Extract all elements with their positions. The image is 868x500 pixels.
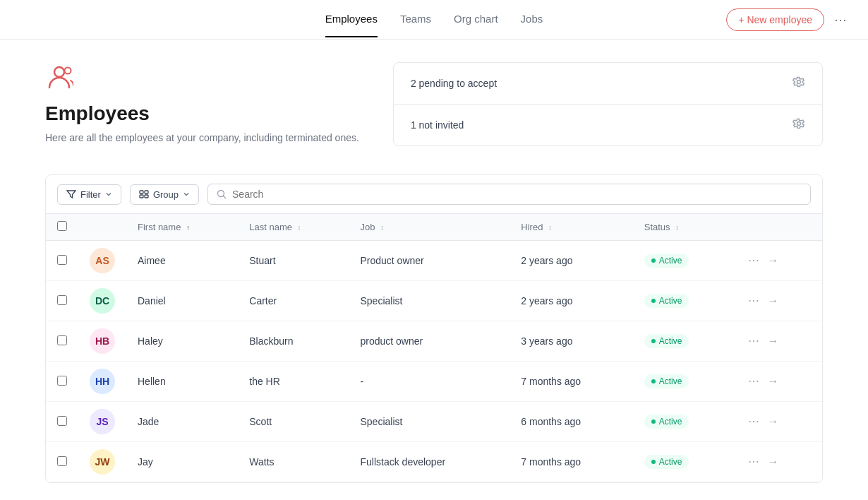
hired-header[interactable]: Hired ↕ [510, 214, 632, 241]
row-checkbox-3[interactable] [57, 376, 67, 386]
row-actions: ⋯ → [745, 453, 811, 470]
page-title-section: Employees Here are all the employees at … [45, 62, 359, 145]
row-avatar-cell: DC [78, 281, 126, 321]
row-actions-cell: ⋯ → [734, 241, 822, 281]
stat-pending-text: 2 pending to accept [411, 78, 497, 89]
row-checkbox-4[interactable] [57, 416, 67, 426]
more-options-button[interactable]: ⋯ [830, 9, 851, 30]
stat-pending-settings[interactable] [792, 76, 805, 91]
row-actions: ⋯ → [745, 292, 811, 309]
status-badge: Active [644, 415, 689, 429]
svg-rect-2 [140, 191, 143, 194]
search-input[interactable] [232, 189, 802, 200]
row-more-button-5[interactable]: ⋯ [745, 453, 762, 470]
avatar: AS [90, 248, 115, 273]
svg-point-0 [54, 67, 64, 77]
avatar: JS [90, 409, 115, 434]
row-open-button-1[interactable]: → [765, 292, 782, 309]
row-lastname-cell: Carter [238, 281, 349, 321]
row-actions-cell: ⋯ → [734, 362, 822, 402]
nav-jobs[interactable]: Jobs [521, 1, 543, 37]
filter-label: Filter [80, 189, 101, 200]
row-more-button-4[interactable]: ⋯ [745, 413, 762, 430]
new-employee-button[interactable]: + New employee [726, 8, 824, 31]
row-more-button-2[interactable]: ⋯ [745, 333, 762, 350]
status-dot [651, 339, 656, 343]
svg-rect-3 [145, 191, 148, 194]
nav-teams[interactable]: Teams [400, 1, 431, 37]
row-checkbox-1[interactable] [57, 295, 67, 305]
actions-col-header [734, 214, 822, 241]
row-firstname-cell: Aimee [126, 241, 238, 281]
avatar: DC [90, 288, 115, 314]
employees-table-section: Filter Group [45, 174, 823, 483]
row-more-button-3[interactable]: ⋯ [745, 373, 762, 390]
search-wrapper [207, 184, 811, 205]
row-hired-cell: 6 months ago [510, 402, 632, 442]
status-badge: Active [644, 374, 689, 388]
page-description: Here are all the employees at your compa… [45, 131, 359, 145]
avatar: HH [90, 369, 115, 394]
more-icon: ⋯ [834, 13, 847, 27]
row-more-button-1[interactable]: ⋯ [745, 292, 762, 309]
row-job-cell: product owner [349, 321, 510, 362]
row-open-button-5[interactable]: → [765, 453, 782, 470]
hired-sort-icon: ↕ [548, 224, 552, 232]
row-checkbox-cell [46, 442, 78, 482]
row-firstname-cell: Hellen [126, 362, 238, 402]
row-checkbox-cell [46, 402, 78, 442]
filter-button[interactable]: Filter [57, 184, 121, 205]
last-name-sort-icon: ↕ [298, 224, 301, 232]
group-label: Group [153, 189, 179, 200]
row-actions-cell: ⋯ → [734, 442, 822, 482]
status-dot [651, 460, 656, 464]
table-header-row: First name ↑ Last name ↕ Job ↕ Hired ↕ [46, 214, 822, 241]
row-firstname-cell: Jay [126, 442, 238, 482]
row-hired-cell: 2 years ago [510, 241, 632, 281]
group-button[interactable]: Group [130, 184, 199, 205]
stat-not-invited-settings[interactable] [792, 117, 805, 133]
row-open-button-3[interactable]: → [765, 373, 782, 390]
row-status-cell: Active [633, 402, 734, 442]
avatar-col-header [78, 214, 126, 241]
row-open-button-2[interactable]: → [765, 333, 782, 350]
nav-employees[interactable]: Employees [325, 1, 378, 37]
row-lastname-cell: Scott [238, 402, 349, 442]
group-icon [139, 189, 149, 199]
row-status-cell: Active [633, 241, 734, 281]
select-all-checkbox[interactable] [57, 221, 67, 231]
status-badge: Active [644, 294, 689, 308]
row-open-button-4[interactable]: → [765, 413, 782, 430]
status-badge: Active [644, 254, 689, 268]
row-job-cell: Specialist [349, 281, 510, 321]
row-avatar-cell: JS [78, 402, 126, 442]
filter-icon [66, 189, 76, 199]
last-name-header[interactable]: Last name ↕ [238, 214, 349, 241]
svg-rect-4 [140, 195, 143, 198]
row-checkbox-cell [46, 281, 78, 321]
job-sort-icon: ↕ [380, 224, 384, 232]
row-actions: ⋯ → [745, 252, 811, 269]
status-badge: Active [644, 455, 689, 469]
nav-org-chart[interactable]: Org chart [454, 1, 498, 37]
row-open-button-0[interactable]: → [765, 252, 782, 269]
row-actions: ⋯ → [745, 413, 811, 430]
row-status-cell: Active [633, 442, 734, 482]
employees-icon [45, 62, 359, 97]
row-checkbox-0[interactable] [57, 255, 67, 265]
row-checkbox-cell [46, 321, 78, 362]
row-more-button-0[interactable]: ⋯ [745, 252, 762, 269]
status-header[interactable]: Status ↕ [633, 214, 734, 241]
row-avatar-cell: JW [78, 442, 126, 482]
row-status-cell: Active [633, 281, 734, 321]
row-checkbox-2[interactable] [57, 335, 67, 345]
row-checkbox-5[interactable] [57, 456, 67, 466]
row-actions-cell: ⋯ → [734, 402, 822, 442]
row-avatar-cell: HH [78, 362, 126, 402]
svg-rect-5 [145, 195, 148, 198]
job-header[interactable]: Job ↕ [349, 214, 510, 241]
filter-chevron-icon [105, 191, 112, 198]
status-dot [651, 258, 656, 263]
first-name-header[interactable]: First name ↑ [126, 214, 238, 241]
table-row: HH Hellen the HR - 7 months ago Active ⋯… [46, 362, 822, 402]
